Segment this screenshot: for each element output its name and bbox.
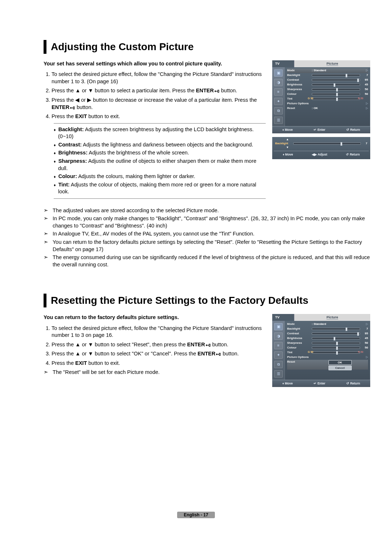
osd-footer: ♦ Move ↵ Enter ↺ Return [272, 126, 370, 133]
sound-icon: ◑ [274, 333, 283, 340]
move-hint: ♦ Move [282, 382, 293, 386]
page-footer: English - 17 [0, 511, 392, 518]
chevron-right-icon: ▷ [366, 355, 368, 359]
note: In Analogue TV, Ext., AV modes of the PA… [44, 230, 370, 238]
osd-row-brightness: Brightness 45 [287, 336, 368, 341]
return-hint: ↺ Return [346, 153, 360, 157]
osd-row-mode: Mode : Standard ▷ [287, 322, 368, 327]
step-2: Press the ▲ or ▼ button to select a part… [52, 87, 266, 94]
osd-tv-label: TV [272, 314, 294, 321]
osd-category-icons: ▣ ◑ ≡ ✦ ⧉ ☰ [272, 321, 285, 380]
section-resetting: Resetting the Picture Settings to the Fa… [44, 294, 370, 387]
note: The adjusted values are stored according… [44, 207, 370, 214]
enter-icon [215, 351, 221, 356]
return-hint: ↺ Return [346, 128, 360, 132]
osd-picture-menu: TV Picture ▣ ◑ ≡ ✦ ⧉ ☰ [272, 60, 370, 133]
def-colour: Colour: Adjusts the colours, making them… [54, 173, 266, 180]
input-icon: ⧉ [274, 361, 283, 368]
adj-value: 7 [363, 142, 367, 146]
section2-steps: To select the desired picture effect, fo… [44, 325, 266, 367]
def-contrast: Contrast: Adjusts the lightness and dark… [54, 141, 266, 149]
divider [54, 123, 266, 124]
osd-row-colour: Colour 50 [287, 346, 368, 350]
osd-row-sharpness: Sharpness 50 [287, 341, 368, 346]
section1-notes: The adjusted values are stored according… [44, 207, 370, 269]
enter-icon [205, 342, 211, 347]
def-tint: Tint: Adjusts the colour of objects, mak… [54, 181, 266, 196]
step-4: Press the EXIT button to exit. [52, 113, 266, 120]
osd-row-picopt: Picture Options ▷ [287, 355, 368, 360]
up-arrow-icon: ▲ [274, 138, 369, 142]
osd-adjust-bar: ▲ Backlight 7 ▼ ♦ Move ◀▶ Adjust ↺ Retur… [272, 137, 370, 159]
section-title-1: Adjusting the Custom Picture [44, 40, 370, 54]
section-title-2: Resetting the Picture Settings to the Fa… [44, 294, 370, 307]
adj-label: Backlight [275, 142, 291, 146]
enter-hint: ↵ Enter [314, 382, 325, 386]
enter-icon [69, 104, 75, 110]
note: In PC mode, you can only make changes to… [44, 215, 370, 229]
reset-ok-button: OK [328, 360, 352, 365]
adjust-hint: ◀▶ Adjust [312, 153, 327, 157]
section2-intro: You can return to the factory defaults p… [44, 314, 266, 321]
osd-footer: ♦ Move ↵ Enter ↺ Return [272, 380, 370, 387]
osd-row-brightness: Brightness 45 [287, 82, 368, 87]
enter-hint: ↵ Enter [314, 128, 325, 132]
sound-icon: ◑ [274, 79, 283, 86]
step-2: Press the ▲ or ▼ button to select "Reset… [52, 341, 266, 348]
note: The "Reset" will be set for each Picture… [44, 369, 266, 376]
picture-icon: ▣ [274, 69, 283, 77]
def-backlight: Backlight: Adjusts the screen brightness… [54, 126, 266, 140]
step-1: To select the desired picture effect, fo… [52, 71, 266, 85]
osd-title: Picture [294, 60, 370, 67]
reset-cancel-button: Cancel [328, 366, 352, 370]
divider [54, 198, 266, 199]
osd-row-backlight: Backlight 7 [287, 327, 368, 331]
step-1: To select the desired picture effect, fo… [52, 325, 266, 339]
definition-list: Backlight: Adjusts the screen brightness… [54, 126, 266, 196]
osd-row-reset: Reset : OK ▷ [287, 106, 368, 111]
def-sharpness: Sharpness: Adjusts the outline of object… [54, 158, 266, 172]
section1-steps: To select the desired picture effect, fo… [44, 71, 266, 120]
osd-row-tint: Tint G 50R 50 50 [287, 350, 368, 355]
osd-row-sharpness: Sharpness 50 [287, 87, 368, 92]
osd-row-contrast: Contrast 95 [287, 78, 368, 82]
osd-row-picopt: Picture Options ▷ [287, 101, 368, 106]
channel-icon: ≡ [274, 342, 283, 349]
page-number: English - 17 [177, 512, 215, 518]
chevron-right-icon: ▷ [366, 106, 368, 110]
step-3: Press the ◀ or ▶ button to decrease or i… [52, 97, 266, 111]
osd-row-mode: Mode : Standard ▷ [287, 68, 368, 73]
enter-icon [214, 88, 220, 93]
osd-row-contrast: Contrast 95 [287, 331, 368, 336]
setup-icon: ✦ [274, 98, 283, 105]
osd-row-tint: Tint G 50R 50 50 [287, 97, 368, 101]
channel-icon: ≡ [274, 88, 283, 96]
chevron-right-icon: ▷ [366, 102, 368, 106]
guide-icon: ☰ [274, 117, 283, 124]
step-3: Press the ▲ or ▼ button to select "OK" o… [52, 350, 266, 358]
section2-notes: The "Reset" will be set for each Picture… [44, 369, 266, 376]
chevron-right-icon: ▷ [366, 322, 368, 326]
picture-icon: ▣ [274, 323, 283, 330]
guide-icon: ☰ [274, 370, 283, 378]
osd-row-backlight: Backlight 7 [287, 73, 368, 78]
down-arrow-icon: ▼ [274, 146, 369, 150]
note: The energy consumed during use can be si… [44, 254, 370, 268]
osd-tv-label: TV [272, 60, 294, 67]
section-adjusting: Adjusting the Custom Picture Your set ha… [44, 40, 370, 268]
move-hint: ♦ Move [283, 153, 293, 157]
move-hint: ♦ Move [282, 128, 293, 132]
osd-picture-menu-reset: TV Picture ▣ ◑ ≡ ✦ ⧉ ☰ [272, 314, 370, 387]
section1-intro: Your set has several settings which allo… [44, 60, 266, 68]
osd-title: Picture [294, 314, 370, 321]
input-icon: ⧉ [274, 107, 283, 114]
return-hint: ↺ Return [346, 382, 360, 386]
step-4: Press the EXIT button to exit. [52, 360, 266, 367]
chevron-right-icon: ▷ [366, 69, 368, 73]
note: You can return to the factory defaults p… [44, 239, 370, 253]
def-brightness: Brightness: Adjusts the brightness of th… [54, 149, 266, 157]
setup-icon: ✦ [274, 351, 283, 359]
osd-category-icons: ▣ ◑ ≡ ✦ ⧉ ☰ [272, 67, 285, 126]
osd-row-reset: Reset OK Cancel [287, 360, 368, 370]
osd-row-colour: Colour 50 [287, 92, 368, 97]
